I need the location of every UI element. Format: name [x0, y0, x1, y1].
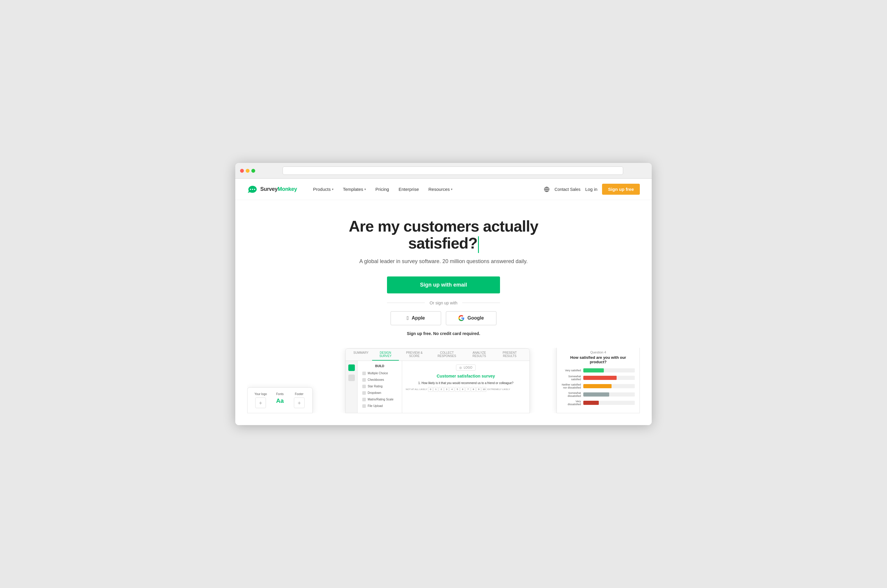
apple-button-label: Apple: [412, 315, 425, 321]
or-text: Or sign up with: [430, 300, 457, 305]
tab-summary[interactable]: SUMMARY: [350, 349, 371, 361]
navbar: SurveyMonkey Products ▾ Templates ▾ Pric…: [235, 178, 652, 200]
build-section-title: BUILD: [361, 364, 398, 368]
results-label-0: Very satisfied: [562, 369, 581, 372]
scale-num-0[interactable]: 0: [428, 387, 433, 392]
survey-builder-sidebar: [346, 361, 358, 413]
hero-section: Are my customers actually satisfied? A g…: [235, 200, 652, 425]
results-bar-bg-2: [583, 384, 635, 388]
results-bar-very-dissatisfied: Very dissatisfied: [562, 400, 635, 406]
scale-num-3[interactable]: 3: [444, 387, 449, 392]
nav-link-templates[interactable]: Templates ▾: [339, 184, 370, 194]
social-buttons:  Apple Google: [391, 311, 496, 325]
branding-footer-box[interactable]: ＋: [294, 398, 305, 408]
tool-matrix[interactable]: Matrix/Rating Scale: [361, 396, 398, 403]
scale-num-10[interactable]: 10: [481, 387, 486, 392]
browser-addressbar[interactable]: [283, 166, 623, 175]
branding-logo-box[interactable]: ＋: [255, 398, 266, 408]
results-question-num: Question 4: [562, 351, 635, 354]
bottom-preview: Your logo ＋ Fonts Aa Footer ＋: [247, 348, 640, 413]
results-label-2: Neither satisfied nor dissatisfied: [562, 383, 581, 389]
tab-design-survey[interactable]: DESIGN SURVEY: [372, 349, 399, 361]
dot-red[interactable]: [240, 169, 244, 173]
browser-chrome: [235, 163, 652, 178]
google-button-label: Google: [467, 315, 484, 321]
apple-signup-button[interactable]:  Apple: [391, 311, 441, 325]
divider-line-right: [462, 303, 500, 303]
nav-link-pricing[interactable]: Pricing: [371, 184, 393, 194]
results-bar-bg-1: [583, 376, 635, 380]
scale-label-right: EXTREMELY LIKELY: [487, 388, 510, 391]
branding-fonts-item: Fonts Aa: [272, 392, 289, 408]
tab-present-results[interactable]: PRESENT RESULTS: [495, 349, 525, 361]
scale-num-5[interactable]: 5: [455, 387, 460, 392]
hero-subtitle: A global leader in survey software. 20 m…: [359, 258, 528, 265]
nav-link-products[interactable]: Products ▾: [309, 184, 337, 194]
results-bar-fill-1: [583, 376, 616, 380]
scale-num-8[interactable]: 8: [471, 387, 476, 392]
branding-fonts-label: Fonts: [276, 392, 284, 396]
results-label-4: Very dissatisfied: [562, 400, 581, 406]
tool-star-rating-icon: [362, 385, 366, 388]
tool-multiple-choice-icon: [362, 372, 366, 375]
sidebar-build-icon[interactable]: [348, 364, 355, 371]
or-divider: Or sign up with: [387, 300, 500, 305]
survey-builder-tabs: SUMMARY DESIGN SURVEY PREVIEW & SCORE CO…: [346, 349, 529, 361]
svg-point-0: [250, 189, 251, 190]
circle-icon: ◎: [459, 366, 462, 369]
scale-num-2[interactable]: 2: [439, 387, 444, 392]
tool-dropdown-icon: [362, 391, 366, 395]
hero-title: Are my customers actually satisfied?: [325, 218, 562, 253]
results-bar-somewhat-dissatisfied: Somewhat dissatisfied: [562, 392, 635, 398]
tab-preview-score[interactable]: PREVIEW & SCORE: [400, 349, 429, 361]
scale-num-9[interactable]: 9: [476, 387, 481, 392]
tab-collect-responses[interactable]: COLLECT RESPONSES: [430, 349, 464, 361]
tool-file-upload-icon: [362, 404, 366, 408]
survey-builder-main: ◎ LOGO Customer satisfaction survey 1. H…: [402, 361, 529, 413]
sidebar-theme-icon[interactable]: [348, 375, 355, 381]
tool-star-rating[interactable]: Star Rating: [361, 383, 398, 390]
results-bar-fill-3: [583, 392, 609, 396]
nav-link-resources[interactable]: Resources ▾: [424, 184, 457, 194]
scale-num-4[interactable]: 4: [450, 387, 454, 392]
branding-logo-item: Your logo ＋: [252, 392, 269, 408]
scale-num-7[interactable]: 7: [466, 387, 470, 392]
tool-file-upload[interactable]: File Upload: [361, 403, 398, 410]
scale-numbers: 0 1 2 3 4 5 6 7 8 9: [428, 387, 486, 392]
signup-email-button[interactable]: Sign up with email: [387, 276, 500, 293]
results-bar-bg-0: [583, 368, 635, 372]
nav-contact-sales[interactable]: Contact Sales: [555, 187, 580, 192]
survey-question-1: 1. How likely is it that you would recom…: [406, 381, 526, 385]
tool-multiple-choice[interactable]: Multiple Choice: [361, 370, 398, 376]
divider-line-left: [387, 303, 425, 303]
nav-logo[interactable]: SurveyMonkey: [247, 185, 297, 194]
tool-checkboxes[interactable]: Checkboxes: [361, 376, 398, 383]
branding-logo-label: Your logo: [254, 392, 267, 396]
results-bar-fill-2: [583, 384, 612, 388]
browser-dots: [240, 169, 255, 173]
nav-right: Contact Sales Log in Sign up free: [544, 184, 640, 195]
signup-note: Sign up free. No credit card required.: [407, 331, 480, 336]
results-bar-bg-3: [583, 392, 635, 396]
tool-dropdown[interactable]: Dropdown: [361, 390, 398, 396]
globe-icon[interactable]: [544, 186, 550, 192]
survey-logo-placeholder[interactable]: ◎ LOGO: [456, 364, 476, 371]
svg-point-1: [252, 189, 253, 190]
nav-link-enterprise[interactable]: Enterprise: [394, 184, 423, 194]
results-card: Question 4 How satisfied are you with ou…: [556, 348, 640, 413]
google-signup-button[interactable]: Google: [446, 311, 496, 325]
results-question-text: How satisfied are you with our product?: [562, 355, 635, 364]
tab-analyze-results[interactable]: ANALYZE RESULTS: [465, 349, 494, 361]
scale-num-6[interactable]: 6: [460, 387, 465, 392]
survey-title: Customer satisfaction survey: [406, 374, 526, 378]
google-icon: [459, 315, 464, 321]
results-bar-somewhat-satisfied: Somewhat satisfied: [562, 375, 635, 381]
nav-signup-button[interactable]: Sign up free: [602, 184, 640, 195]
results-bar-neither: Neither satisfied nor dissatisfied: [562, 383, 635, 389]
nav-login-button[interactable]: Log in: [585, 187, 597, 192]
dot-yellow[interactable]: [246, 169, 250, 173]
dot-green[interactable]: [251, 169, 255, 173]
scale-num-1[interactable]: 1: [433, 387, 438, 392]
results-bar-very-satisfied: Very satisfied: [562, 368, 635, 372]
branding-card: Your logo ＋ Fonts Aa Footer ＋: [247, 387, 313, 413]
